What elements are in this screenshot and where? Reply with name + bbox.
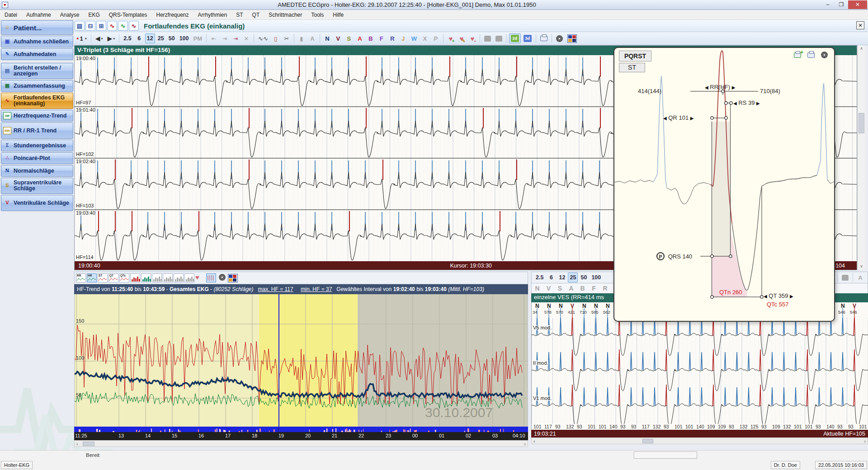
rhythm-speed-25[interactable]: 25 — [568, 273, 578, 282]
beat-label[interactable]: N — [841, 303, 845, 309]
export-icon[interactable]: + — [794, 52, 801, 58]
beat-label[interactable]: N — [559, 303, 563, 309]
document-edit-button[interactable]: ▯ — [271, 33, 281, 43]
menu-herzfrequenz[interactable]: Herzfrequenz — [151, 11, 193, 19]
pqrst-measure-window[interactable]: PQRST ST + 414(144) ◀ RR(HF) ▶ 710(84) ◀… — [613, 47, 835, 322]
close-view-icon[interactable]: ✕ — [856, 21, 864, 29]
beat-class-r[interactable]: R — [387, 33, 397, 43]
trend-bar-icon-3[interactable] — [152, 273, 162, 282]
adjust-right-icon[interactable]: ▶ — [732, 85, 736, 90]
edit-beat-class-button[interactable]: ♥✎ — [457, 33, 467, 43]
menu-analyse[interactable]: Analyse — [56, 11, 84, 19]
menu-arrhythmien[interactable]: Arrhythmien — [193, 11, 232, 19]
sidebar-item-poincare[interactable]: ∴Poincaré-Plot — [1, 152, 73, 164]
trend-chart-icon[interactable]: ∿ — [118, 21, 128, 31]
beat-grid-button[interactable] — [206, 273, 216, 282]
scroll-thumb[interactable] — [642, 439, 653, 443]
beat-label[interactable]: V — [853, 303, 856, 309]
trend-icon-qt[interactable]: QT — [108, 273, 118, 282]
add-beat-class-button[interactable]: ♥+ — [446, 33, 456, 43]
view-2d-button[interactable]: 2d — [509, 33, 521, 43]
cut-wave-button[interactable]: ✂ — [282, 33, 292, 43]
speed-25[interactable]: 25 — [156, 33, 166, 43]
colors-button[interactable] — [566, 33, 579, 43]
settings-button[interactable] — [217, 273, 227, 282]
sidebar-item-v-beats[interactable]: VVentrikuläre Schläge — [1, 195, 73, 211]
menu-hilfe[interactable]: Hilfe — [328, 11, 348, 19]
print-icon[interactable] — [807, 52, 815, 58]
export-disabled-2[interactable] — [494, 33, 504, 43]
scroll-right-icon[interactable]: › — [524, 441, 526, 446]
sidebar-item-record-data[interactable]: ✎Aufnahmedaten — [1, 48, 73, 60]
clipboard-button[interactable] — [840, 273, 850, 282]
tab-pqrst[interactable]: PQRST — [619, 51, 651, 61]
scroll-down-icon[interactable]: ∨ — [858, 263, 865, 270]
scroll-left-icon[interactable]: ‹ — [533, 438, 535, 444]
sidebar-item-report[interactable]: ▤Bericht erstellen / anzeigen — [1, 63, 73, 79]
rhythm-speed-100[interactable]: 100 — [590, 273, 603, 282]
scroll-left-icon[interactable]: ‹ — [76, 441, 78, 446]
hf-trend-chart[interactable]: 30.10.2007 15010050 — [74, 294, 528, 427]
rhythm-speed-2.5[interactable]: 2.5 — [534, 273, 545, 282]
beat-class-p[interactable]: P — [431, 33, 441, 43]
next-event-button[interactable]: ▶▾ — [105, 33, 117, 43]
menu-aufnahme[interactable]: Aufnahme — [22, 11, 56, 19]
beat-label[interactable]: N — [547, 303, 551, 309]
tab-st[interactable]: ST — [619, 63, 645, 72]
p-marker[interactable]: P — [656, 252, 665, 260]
scroll-thumb[interactable] — [859, 113, 864, 133]
view-3d-button[interactable]: 3d — [522, 33, 533, 43]
text-annotation-button[interactable]: A — [307, 33, 317, 43]
rhythm-letter-f[interactable]: F — [588, 285, 599, 292]
menu-tools[interactable]: Tools — [307, 11, 328, 19]
beat-label[interactable]: V — [571, 303, 574, 309]
rhythm-letter-r[interactable]: R — [599, 285, 611, 292]
sidebar-item-normal-beats[interactable]: NNormalschläge — [1, 165, 73, 177]
menu-st[interactable]: ST — [231, 11, 247, 19]
chevron-down-icon[interactable]: ▾ — [101, 37, 103, 41]
sidebar-item-continuous-ecg[interactable]: ∿Fortlaufendes EKG (einkanalig) — [1, 93, 73, 109]
adjust-left-icon[interactable]: ◀ — [663, 116, 667, 121]
scroll-right-icon[interactable]: › — [864, 438, 866, 444]
beat-label[interactable]: N — [606, 303, 610, 309]
sidebar-item-summary[interactable]: ▦Zusammenfassung — [1, 80, 73, 92]
trend-bar-icon-6[interactable] — [184, 273, 194, 282]
adjust-right-icon[interactable]: ▶ — [756, 101, 760, 106]
sidebar-item-patient[interactable]: ☺Patient... — [1, 20, 73, 35]
rhythm-scrollbar[interactable]: ‹ › — [531, 437, 868, 444]
minimize-button[interactable]: – — [821, 0, 835, 9]
speed-6[interactable]: 6 — [134, 33, 144, 43]
beat-template-icon[interactable]: ∿ — [129, 21, 139, 31]
scroll-thumb[interactable] — [83, 442, 94, 446]
speed-12[interactable]: 12 — [145, 33, 155, 43]
rhythm-letter-s[interactable]: S — [554, 285, 566, 292]
sidebar-item-sv-beats[interactable]: SSupraventrikuläre Schläge — [1, 178, 73, 194]
prev-event-button[interactable]: ◀▾ — [94, 33, 105, 43]
restore-button[interactable]: ❐ — [835, 0, 848, 9]
chevron-down-icon[interactable]: ▾ — [113, 37, 115, 41]
ecg-overview-icon[interactable]: ∿ — [107, 21, 117, 31]
scroll-up-icon[interactable]: ∧ — [858, 45, 865, 52]
beat-class-v[interactable]: V — [333, 33, 343, 43]
trend-icon-rr[interactable]: RR — [76, 273, 86, 282]
close-button[interactable]: ✕ — [848, 0, 867, 9]
menu-qt[interactable]: QT — [248, 11, 264, 19]
menu-datei[interactable]: Datei — [0, 11, 22, 19]
caliper-left-button[interactable]: ⇤ — [209, 33, 219, 43]
clipboard-button[interactable]: ▮ — [297, 33, 307, 43]
export-disabled-1[interactable] — [482, 33, 493, 43]
pacemaker-button[interactable]: PM — [192, 33, 204, 43]
menu-qrstemplates[interactable]: QRS-Templates — [104, 11, 152, 19]
trend-bar-icon-1[interactable] — [130, 273, 140, 282]
speed-50[interactable]: 50 — [167, 33, 177, 43]
beat-label[interactable]: N — [594, 303, 598, 309]
event-marker-button[interactable]: ●1▾ — [75, 33, 89, 43]
layout-split-vertical-icon[interactable]: ⊞ — [96, 21, 106, 31]
rhythm-letter-a[interactable]: A — [566, 285, 577, 292]
chevron-down-icon[interactable]: ▾ — [85, 37, 87, 41]
trend-heart-icon[interactable]: ♥ — [195, 273, 205, 282]
beat-label[interactable]: N — [535, 303, 539, 309]
beat-class-x[interactable]: X — [420, 33, 430, 43]
menu-schrittmacher[interactable]: Schrittmacher — [264, 11, 307, 19]
beat-class-s[interactable]: S — [344, 33, 354, 43]
